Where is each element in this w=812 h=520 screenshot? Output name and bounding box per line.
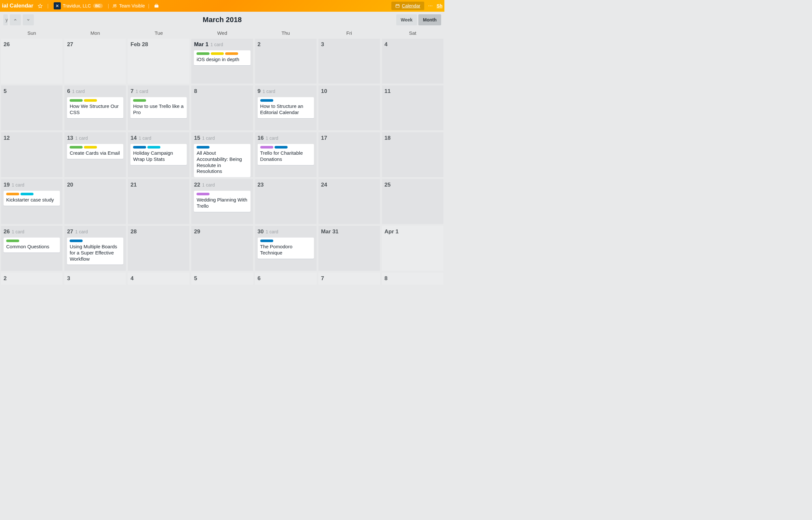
card-title: Trello for Charitable Donations — [260, 150, 311, 162]
calendar-cell[interactable]: 261 cardCommon Questions — [0, 225, 64, 272]
calendar-card[interactable]: The Pomodoro Technique — [257, 238, 314, 259]
label-blue — [260, 239, 273, 242]
calendar-card[interactable]: How to use Trello like a Pro — [130, 97, 187, 118]
calendar-cell[interactable]: 6 — [254, 272, 318, 285]
date-label: 25 — [385, 182, 441, 188]
prev-button[interactable] — [10, 14, 21, 25]
calendar-cell[interactable]: 2 — [0, 272, 64, 285]
date-label: 61 card — [67, 88, 123, 95]
calendar-cell[interactable]: 29 — [190, 225, 254, 272]
label-purple — [196, 193, 210, 195]
calendar-cell[interactable]: 221 cardWedding Planning With Trello — [190, 178, 254, 225]
calendar-card[interactable]: Kickstarter case study — [4, 191, 60, 206]
more-icon[interactable]: ⋯ — [427, 2, 434, 10]
dow-label: Sat — [381, 28, 444, 38]
card-labels — [260, 239, 311, 242]
date-label: 28 — [130, 229, 187, 235]
date-label: 29 — [194, 229, 250, 235]
calendar-cell[interactable]: Feb 28 — [127, 38, 190, 84]
calendar-cell[interactable]: 18 — [381, 131, 444, 178]
calendar-cell[interactable]: 8 — [190, 84, 254, 131]
calendar-cell[interactable]: 5 — [190, 272, 254, 285]
calendar-cell[interactable]: 141 cardHoliday Campaign Wrap Up Stats — [127, 131, 190, 178]
calendar-cell[interactable]: 28 — [127, 225, 190, 272]
calendar-cell[interactable]: 61 cardHow We Structure Our CSS — [64, 84, 127, 131]
calendar-cell[interactable]: 12 — [0, 131, 64, 178]
calendar-cell[interactable]: 271 cardUsing Multiple Boards for a Supe… — [64, 225, 127, 272]
calendar-cell[interactable]: 5 — [0, 84, 64, 131]
calendar-card[interactable]: Using Multiple Boards for a Super Effect… — [67, 238, 123, 264]
calendar-button-label: Calendar — [402, 3, 420, 8]
date-label: 7 — [321, 275, 377, 282]
card-title: Using Multiple Boards for a Super Effect… — [70, 244, 121, 262]
board-name[interactable]: ial Calendar — [2, 3, 33, 9]
calendar-cell[interactable]: 24 — [318, 178, 381, 225]
calendar-cell[interactable]: 91 cardHow to Structure an Editorial Cal… — [254, 84, 318, 131]
calendar-cell[interactable]: 17 — [318, 131, 381, 178]
label-blue — [133, 146, 146, 149]
calendar-card[interactable]: How We Structure Our CSS — [67, 97, 123, 118]
label-blue — [275, 146, 288, 149]
calendar-cell[interactable]: 3 — [318, 38, 381, 84]
calendar-card[interactable]: Wedding Planning With Trello — [194, 191, 250, 212]
calendar-card[interactable]: Trello for Charitable Donations — [257, 144, 314, 165]
date-label: 26 — [4, 41, 60, 48]
today-button[interactable]: y — [3, 14, 8, 25]
calendar-cell[interactable]: 21 — [127, 178, 190, 225]
calendar-cell[interactable]: 2 — [254, 38, 318, 84]
board-header: ial Calendar | Travidux, LLC BC | Team V… — [0, 0, 444, 12]
calendar-cell[interactable]: 191 cardKickstarter case study — [0, 178, 64, 225]
calendar-cell[interactable]: 11 — [381, 84, 444, 131]
calendar-cell[interactable]: 8 — [381, 272, 444, 285]
calendar-cell[interactable]: 4 — [381, 38, 444, 84]
calendar-cell[interactable]: 20 — [64, 178, 127, 225]
calendar-cell[interactable]: Apr 1 — [381, 225, 444, 272]
visibility-button[interactable]: Team Visible — [112, 3, 145, 8]
calendar-card[interactable]: All About Accountability: Being Resolute… — [194, 144, 250, 177]
calendar-cell[interactable]: 25 — [381, 178, 444, 225]
dow-label: Mon — [64, 28, 127, 38]
view-week-button[interactable]: Week — [396, 14, 417, 25]
view-month-button[interactable]: Month — [418, 14, 441, 25]
calendar-card[interactable]: Common Questions — [4, 238, 60, 253]
calendar-card[interactable]: Create Cards via Email — [67, 144, 123, 159]
calendar-cell[interactable]: Mar 11 cardiOS design in depth — [190, 38, 254, 84]
calendar-cell[interactable]: 3 — [64, 272, 127, 285]
calendar-card[interactable]: How to Structure an Editorial Calendar — [257, 97, 314, 118]
calendar-cell[interactable]: 26 — [0, 38, 64, 84]
calendar-cell[interactable]: 71 cardHow to use Trello like a Pro — [127, 84, 190, 131]
calendar-card[interactable]: Holiday Campaign Wrap Up Stats — [130, 144, 187, 165]
star-icon[interactable] — [36, 2, 44, 10]
card-count: 1 card — [75, 229, 88, 234]
calendar-cell[interactable]: 23 — [254, 178, 318, 225]
calendar-card[interactable]: iOS design in depth — [194, 50, 250, 65]
calendar-cell[interactable]: 131 cardCreate Cards via Email — [64, 131, 127, 178]
date-label: 12 — [4, 135, 60, 141]
card-title: Create Cards via Email — [70, 150, 121, 156]
calendar-cell[interactable]: 10 — [318, 84, 381, 131]
date-label: 161 card — [257, 135, 314, 141]
card-title: All About Accountability: Being Resolute… — [196, 150, 248, 175]
date-label: 27 — [67, 41, 123, 48]
day-of-week-row: SunMonTueWedThuFriSat — [0, 28, 444, 38]
label-green — [6, 239, 19, 242]
calendar-cell[interactable]: 151 cardAll About Accountability: Being … — [190, 131, 254, 178]
calendar-cell[interactable]: Mar 31 — [318, 225, 381, 272]
date-label: 221 card — [194, 182, 250, 188]
briefcase-icon[interactable] — [153, 2, 161, 10]
visibility-label: Team Visible — [119, 3, 145, 8]
calendar-cell[interactable]: 7 — [318, 272, 381, 285]
svg-rect-6 — [396, 4, 399, 7]
calendar-cell[interactable]: 301 cardThe Pomodoro Technique — [254, 225, 318, 272]
calendar-cell[interactable]: 161 cardTrello for Charitable Donations — [254, 131, 318, 178]
separator: | — [47, 3, 48, 8]
next-button[interactable] — [23, 14, 34, 25]
label-orange — [6, 193, 19, 195]
calendar-powerup-button[interactable]: Calendar — [391, 2, 424, 10]
show-menu-link[interactable]: Sh — [437, 3, 442, 8]
calendar-cell[interactable]: 27 — [64, 38, 127, 84]
chevron-down-icon — [26, 18, 30, 22]
org-chip[interactable]: Travidux, LLC BC — [52, 2, 105, 10]
calendar-cell[interactable]: 4 — [127, 272, 190, 285]
label-yellow — [84, 99, 97, 102]
